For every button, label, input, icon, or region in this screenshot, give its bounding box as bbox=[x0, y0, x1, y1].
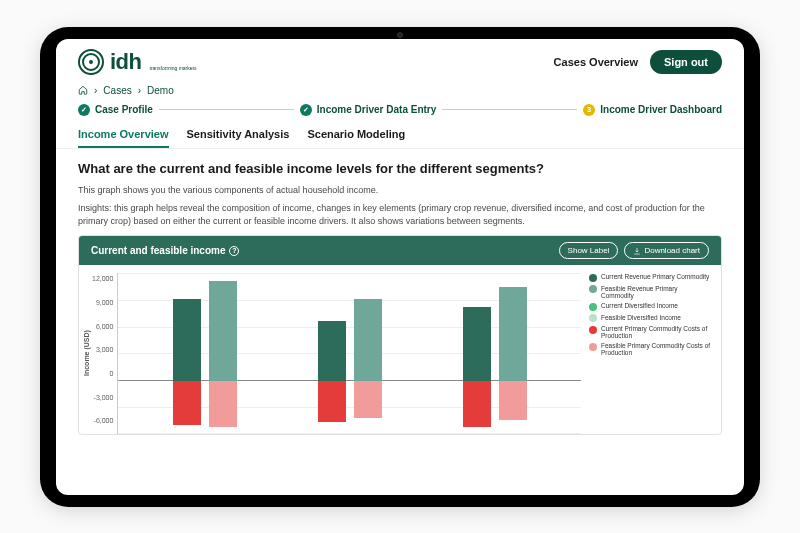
bar-group bbox=[463, 273, 527, 434]
topbar: idh transforming markets Cases Overview … bbox=[56, 39, 744, 81]
legend-item[interactable]: Feasible Primary Commodity Costs of Prod… bbox=[589, 342, 711, 356]
chart-legend: Current Revenue Primary Commodity Feasib… bbox=[581, 273, 711, 434]
page-heading: What are the current and feasible income… bbox=[78, 161, 722, 176]
chart-bars bbox=[118, 273, 581, 434]
chart-ylabel: Income (USD) bbox=[83, 273, 90, 434]
tablet-frame: idh transforming markets Cases Overview … bbox=[40, 27, 760, 507]
page-paragraph-1: This graph shows you the various compone… bbox=[78, 184, 722, 197]
bar-feasible[interactable] bbox=[209, 273, 237, 434]
step-data-entry[interactable]: ✓ Income Driver Data Entry bbox=[300, 104, 437, 116]
bar-feasible[interactable] bbox=[499, 273, 527, 434]
bar-group bbox=[318, 273, 382, 434]
legend-item[interactable]: Feasible Revenue Primary Commodity bbox=[589, 285, 711, 299]
check-icon: ✓ bbox=[300, 104, 312, 116]
tablet-camera bbox=[397, 32, 403, 38]
bar-current[interactable] bbox=[173, 273, 201, 434]
swatch-icon bbox=[589, 343, 597, 351]
swatch-icon bbox=[589, 285, 597, 293]
bar-group bbox=[173, 273, 237, 434]
breadcrumb-separator: › bbox=[94, 85, 97, 96]
tab-scenario[interactable]: Scenario Modeling bbox=[307, 128, 405, 148]
show-label-button[interactable]: Show Label bbox=[559, 242, 619, 259]
breadcrumb-separator: › bbox=[138, 85, 141, 96]
swatch-icon bbox=[589, 303, 597, 311]
breadcrumb-demo[interactable]: Demo bbox=[147, 85, 174, 96]
legend-item[interactable]: Current Revenue Primary Commodity bbox=[589, 273, 711, 282]
breadcrumb: › Cases › Demo bbox=[56, 81, 744, 104]
swatch-icon bbox=[589, 314, 597, 322]
chart-title-wrap: Current and feasible income ? bbox=[91, 245, 239, 256]
step-line bbox=[159, 109, 294, 110]
topbar-right: Cases Overview Sign out bbox=[554, 50, 722, 74]
logo-text: idh bbox=[110, 49, 142, 75]
chart-plot bbox=[117, 273, 581, 434]
swatch-icon bbox=[589, 274, 597, 282]
chart-header: Current and feasible income ? Show Label… bbox=[79, 236, 721, 265]
chart-title: Current and feasible income bbox=[91, 245, 225, 256]
check-icon: ✓ bbox=[78, 104, 90, 116]
legend-item[interactable]: Current Primary Commodity Costs of Produ… bbox=[589, 325, 711, 339]
cases-overview-link[interactable]: Cases Overview bbox=[554, 56, 638, 68]
legend-item[interactable]: Feasible Diversified Income bbox=[589, 314, 711, 323]
download-icon bbox=[633, 247, 641, 255]
app-screen: idh transforming markets Cases Overview … bbox=[56, 39, 744, 495]
legend-item[interactable]: Current Diversified Income bbox=[589, 302, 711, 311]
page-paragraph-2: Insights: this graph helps reveal the co… bbox=[78, 202, 722, 227]
logo-icon bbox=[78, 49, 104, 75]
chart-card: Current and feasible income ? Show Label… bbox=[78, 235, 722, 435]
tab-income-overview[interactable]: Income Overview bbox=[78, 128, 169, 148]
logo[interactable]: idh transforming markets bbox=[78, 49, 196, 75]
stepper: ✓ Case Profile ✓ Income Driver Data Entr… bbox=[56, 104, 744, 124]
step-dashboard[interactable]: 3 Income Driver Dashboard bbox=[583, 104, 722, 116]
tab-sensitivity[interactable]: Sensitivity Analysis bbox=[187, 128, 290, 148]
swatch-icon bbox=[589, 326, 597, 334]
tabs: Income Overview Sensitivity Analysis Sce… bbox=[56, 124, 744, 149]
breadcrumb-cases[interactable]: Cases bbox=[103, 85, 131, 96]
logo-tagline: transforming markets bbox=[150, 65, 197, 71]
download-chart-button[interactable]: Download chart bbox=[624, 242, 709, 259]
step-case-profile[interactable]: ✓ Case Profile bbox=[78, 104, 153, 116]
chart-actions: Show Label Download chart bbox=[559, 242, 709, 259]
info-icon[interactable]: ? bbox=[229, 246, 239, 256]
content: What are the current and feasible income… bbox=[56, 149, 744, 495]
bar-current[interactable] bbox=[463, 273, 491, 434]
chart-body: Income (USD) 12,000 9,000 6,000 3,000 0 … bbox=[79, 265, 721, 434]
bar-current[interactable] bbox=[318, 273, 346, 434]
home-icon[interactable] bbox=[78, 85, 88, 95]
sign-out-button[interactable]: Sign out bbox=[650, 50, 722, 74]
bar-feasible[interactable] bbox=[354, 273, 382, 434]
chart-yaxis: 12,000 9,000 6,000 3,000 0 -3,000 -6,000 bbox=[90, 273, 117, 434]
step-line bbox=[442, 109, 577, 110]
step-number-icon: 3 bbox=[583, 104, 595, 116]
